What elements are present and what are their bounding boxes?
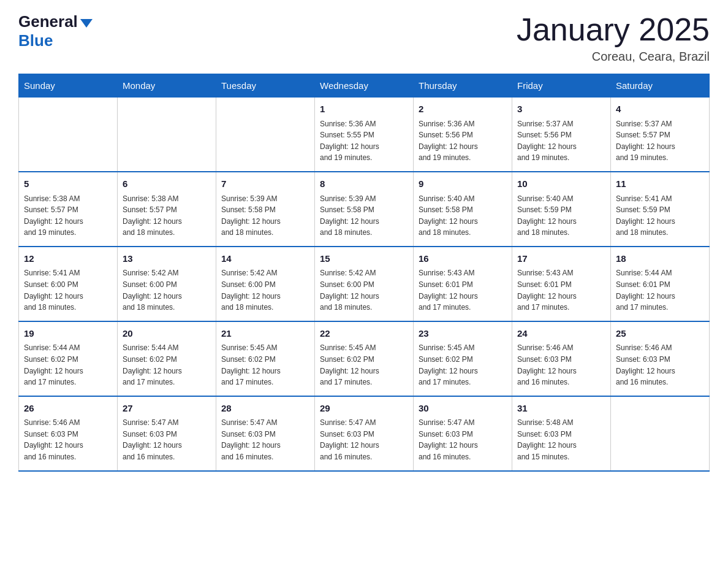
table-row: 13Sunrise: 5:42 AM Sunset: 6:00 PM Dayli… [118,247,216,321]
day-info: Sunrise: 5:37 AM Sunset: 5:56 PM Dayligh… [517,118,605,164]
day-number: 22 [320,327,408,341]
day-number: 2 [419,102,507,117]
day-number: 7 [221,177,309,191]
table-row: 20Sunrise: 5:44 AM Sunset: 6:02 PM Dayli… [118,321,216,396]
calendar-week-row: 5Sunrise: 5:38 AM Sunset: 5:57 PM Daylig… [19,172,710,247]
table-row: 29Sunrise: 5:47 AM Sunset: 6:03 PM Dayli… [315,396,414,471]
day-info: Sunrise: 5:46 AM Sunset: 6:03 PM Dayligh… [517,342,605,388]
day-number: 28 [221,402,309,416]
day-info: Sunrise: 5:40 AM Sunset: 5:59 PM Dayligh… [517,193,605,239]
day-number: 18 [616,252,704,266]
table-row: 7Sunrise: 5:39 AM Sunset: 5:58 PM Daylig… [216,172,315,247]
table-row: 24Sunrise: 5:46 AM Sunset: 6:03 PM Dayli… [512,321,611,396]
col-friday: Friday [512,74,611,98]
day-info: Sunrise: 5:42 AM Sunset: 6:00 PM Dayligh… [320,267,408,313]
day-info: Sunrise: 5:39 AM Sunset: 5:58 PM Dayligh… [221,193,309,239]
day-number: 3 [517,102,605,117]
table-row: 28Sunrise: 5:47 AM Sunset: 6:03 PM Dayli… [216,396,315,471]
day-number: 17 [517,252,605,266]
logo-blue: Blue [18,31,53,50]
day-info: Sunrise: 5:40 AM Sunset: 5:58 PM Dayligh… [419,193,507,239]
table-row: 4Sunrise: 5:37 AM Sunset: 5:57 PM Daylig… [611,98,710,172]
day-number: 12 [24,252,112,266]
col-saturday: Saturday [611,74,710,98]
day-info: Sunrise: 5:43 AM Sunset: 6:01 PM Dayligh… [419,267,507,313]
col-monday: Monday [118,74,216,98]
table-row: 2Sunrise: 5:36 AM Sunset: 5:56 PM Daylig… [414,98,512,172]
day-info: Sunrise: 5:47 AM Sunset: 6:03 PM Dayligh… [320,417,408,462]
day-info: Sunrise: 5:44 AM Sunset: 6:02 PM Dayligh… [24,342,112,388]
day-info: Sunrise: 5:36 AM Sunset: 5:55 PM Dayligh… [320,118,408,164]
day-number: 21 [221,327,309,341]
table-row: 21Sunrise: 5:45 AM Sunset: 6:02 PM Dayli… [216,321,315,396]
day-number: 16 [419,252,507,266]
table-row: 16Sunrise: 5:43 AM Sunset: 6:01 PM Dayli… [414,247,512,321]
table-row: 15Sunrise: 5:42 AM Sunset: 6:00 PM Dayli… [315,247,414,321]
col-tuesday: Tuesday [216,74,315,98]
calendar-title: January 2025 [517,12,710,47]
table-row: 23Sunrise: 5:45 AM Sunset: 6:02 PM Dayli… [414,321,512,396]
day-info: Sunrise: 5:45 AM Sunset: 6:02 PM Dayligh… [320,342,408,388]
table-row: 1Sunrise: 5:36 AM Sunset: 5:55 PM Daylig… [315,98,414,172]
day-number: 10 [517,177,605,191]
day-number: 6 [123,177,211,191]
day-number: 5 [24,177,112,191]
day-info: Sunrise: 5:48 AM Sunset: 6:03 PM Dayligh… [517,417,605,462]
table-row: 30Sunrise: 5:47 AM Sunset: 6:03 PM Dayli… [414,396,512,471]
table-row [118,98,216,172]
day-number: 24 [517,327,605,341]
day-number: 26 [24,402,112,416]
calendar-week-row: 26Sunrise: 5:46 AM Sunset: 6:03 PM Dayli… [19,396,710,471]
day-number: 9 [419,177,507,191]
day-number: 20 [123,327,211,341]
logo-text: General [18,12,93,31]
day-number: 8 [320,177,408,191]
day-number: 25 [616,327,704,341]
table-row: 10Sunrise: 5:40 AM Sunset: 5:59 PM Dayli… [512,172,611,247]
day-number: 4 [616,102,704,117]
table-row: 3Sunrise: 5:37 AM Sunset: 5:56 PM Daylig… [512,98,611,172]
table-row: 25Sunrise: 5:46 AM Sunset: 6:03 PM Dayli… [611,321,710,396]
table-row: 12Sunrise: 5:41 AM Sunset: 6:00 PM Dayli… [19,247,118,321]
table-row [19,98,118,172]
day-info: Sunrise: 5:38 AM Sunset: 5:57 PM Dayligh… [24,193,112,239]
day-number: 30 [419,402,507,416]
day-info: Sunrise: 5:44 AM Sunset: 6:02 PM Dayligh… [123,342,211,388]
day-info: Sunrise: 5:45 AM Sunset: 6:02 PM Dayligh… [419,342,507,388]
day-number: 19 [24,327,112,341]
col-thursday: Thursday [414,74,512,98]
day-number: 1 [320,102,408,117]
logo-arrow-icon [80,19,93,28]
day-info: Sunrise: 5:43 AM Sunset: 6:01 PM Dayligh… [517,267,605,313]
day-info: Sunrise: 5:46 AM Sunset: 6:03 PM Dayligh… [616,342,704,388]
day-info: Sunrise: 5:42 AM Sunset: 6:00 PM Dayligh… [123,267,211,313]
calendar-week-row: 12Sunrise: 5:41 AM Sunset: 6:00 PM Dayli… [19,247,710,321]
calendar-table: Sunday Monday Tuesday Wednesday Thursday… [18,74,710,471]
table-row [611,396,710,471]
day-info: Sunrise: 5:42 AM Sunset: 6:00 PM Dayligh… [221,267,309,313]
page-header: General Blue January 2025 Coreau, Ceara,… [18,12,710,64]
calendar-week-row: 1Sunrise: 5:36 AM Sunset: 5:55 PM Daylig… [19,98,710,172]
day-info: Sunrise: 5:44 AM Sunset: 6:01 PM Dayligh… [616,267,704,313]
day-info: Sunrise: 5:37 AM Sunset: 5:57 PM Dayligh… [616,118,704,164]
table-row: 22Sunrise: 5:45 AM Sunset: 6:02 PM Dayli… [315,321,414,396]
table-row: 9Sunrise: 5:40 AM Sunset: 5:58 PM Daylig… [414,172,512,247]
table-row: 14Sunrise: 5:42 AM Sunset: 6:00 PM Dayli… [216,247,315,321]
table-row: 17Sunrise: 5:43 AM Sunset: 6:01 PM Dayli… [512,247,611,321]
col-wednesday: Wednesday [315,74,414,98]
day-info: Sunrise: 5:39 AM Sunset: 5:58 PM Dayligh… [320,193,408,239]
logo-general: General [18,12,78,31]
logo: General Blue [18,12,93,50]
day-number: 13 [123,252,211,266]
day-number: 29 [320,402,408,416]
day-number: 27 [123,402,211,416]
day-number: 14 [221,252,309,266]
day-info: Sunrise: 5:47 AM Sunset: 6:03 PM Dayligh… [123,417,211,462]
day-info: Sunrise: 5:46 AM Sunset: 6:03 PM Dayligh… [24,417,112,462]
col-sunday: Sunday [19,74,118,98]
calendar-week-row: 19Sunrise: 5:44 AM Sunset: 6:02 PM Dayli… [19,321,710,396]
table-row: 8Sunrise: 5:39 AM Sunset: 5:58 PM Daylig… [315,172,414,247]
day-number: 31 [517,402,605,416]
table-row: 5Sunrise: 5:38 AM Sunset: 5:57 PM Daylig… [19,172,118,247]
day-info: Sunrise: 5:41 AM Sunset: 6:00 PM Dayligh… [24,267,112,313]
